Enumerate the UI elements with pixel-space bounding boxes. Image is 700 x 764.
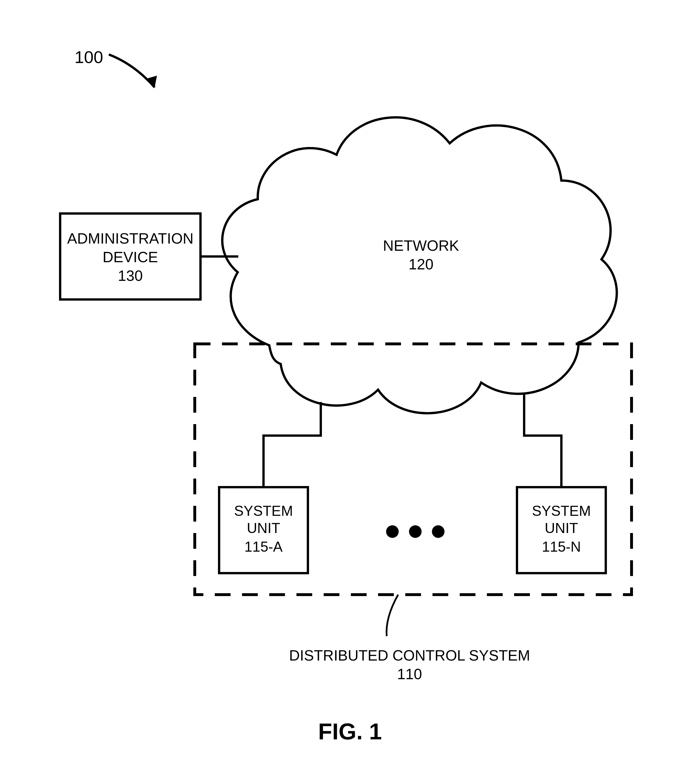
network-num: 120 [409, 256, 434, 272]
admin-device-line1: ADMINISTRATION [67, 230, 193, 247]
ellipsis-dot [386, 525, 399, 538]
connector-cloud-unit-n [524, 393, 561, 487]
system-unit-n-num: 115-N [542, 539, 581, 555]
admin-device-line2: DEVICE [103, 249, 158, 265]
figure-ref-arrow [109, 55, 155, 88]
system-unit-a-line1: SYSTEM [234, 503, 293, 519]
connector-cloud-unit-a [264, 402, 321, 487]
network-label: NETWORK [383, 237, 459, 254]
figure-title: FIG. 1 [318, 719, 382, 744]
system-unit-a-line2: UNIT [247, 520, 280, 536]
dcs-leader [387, 595, 398, 636]
admin-device-num: 130 [118, 268, 143, 284]
ellipsis-dot [432, 525, 445, 538]
system-unit-a-num: 115-A [244, 539, 283, 555]
system-unit-n-line1: SYSTEM [532, 503, 591, 519]
figure-ref-arrowhead [145, 76, 157, 88]
figure-ref: 100 [75, 48, 103, 67]
dcs-label: DISTRIBUTED CONTROL SYSTEM [289, 647, 530, 664]
dcs-num: 110 [397, 666, 422, 682]
system-unit-n-line2: UNIT [545, 520, 578, 536]
ellipsis-dot [409, 525, 422, 538]
